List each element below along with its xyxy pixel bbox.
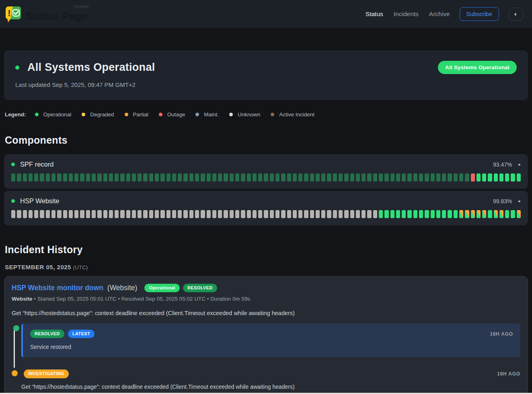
uptime-bar-nodata [293,210,297,218]
incident-update: INVESTIGATING16H AGOGet “https://hosteds… [21,369,520,390]
uptime-bar-operational [448,210,452,218]
legend-dot [271,113,274,116]
uptime-bar-operational_dim [419,173,423,182]
uptime-bar-partial [465,210,469,218]
uptime-bar-operational_dim [149,173,153,182]
uptime-bar-operational_dim [69,173,73,182]
uptime-bar-partial [477,210,481,218]
uptime-bar-operational_dim [212,173,216,182]
uptime-bar-operational [517,173,521,182]
uptime-bar-nodata [247,210,251,218]
uptime-bar-operational [436,210,440,218]
uptime-bar-operational_dim [287,173,291,182]
legend-dot [159,113,162,116]
uptime-bar-operational_dim [143,173,147,182]
theme-toggle-button[interactable]: ◐ [509,8,523,21]
uptime-bar-operational_dim [275,173,279,182]
legend-item-label: Partial [133,111,148,118]
uptime-bar-nodata [253,210,257,218]
uptime-bar-operational_dim [379,173,383,182]
brand-superscript: hosted [74,4,88,9]
component-uptime-percent: 93.47% [493,161,512,168]
legend-item-label: Operational [43,111,72,118]
update-timestamp: 16H AGO [497,371,520,377]
uptime-bar-nodata [230,210,234,218]
legend: Legend: OperationalDegradedPartialOutage… [5,111,528,118]
update-timestamp: 16H AGO [490,331,513,337]
uptime-bar-operational_dim [51,173,55,182]
uptime-bar-operational_dim [425,173,429,182]
uptime-bar-nodata [23,210,27,218]
uptime-bar-nodata [258,210,262,218]
uptime-bar-operational_dim [57,173,61,182]
uptime-bar-nodata [103,210,107,218]
nav-item-incidents[interactable]: Incidents [394,10,419,18]
expand-arrow-icon[interactable]: ▸ [518,162,521,167]
uptime-bar-operational_dim [327,173,331,182]
legend-dot [82,113,85,116]
incident-history-heading: Incident History [5,244,528,256]
legend-item: Maint. [195,111,219,118]
subscribe-button[interactable]: Subscribe [460,7,499,21]
uptime-bar-nodata [97,210,101,218]
uptime-bar-operational_dim [253,173,257,182]
uptime-bar-operational_dim [138,173,142,182]
uptime-bar-nodata [155,210,159,218]
uptime-bar-operational_dim [126,173,130,182]
uptime-bar-operational_dim [247,173,251,182]
legend-item-label: Outage [167,111,185,118]
uptime-bar-nodata [367,210,371,218]
components-heading: Components [5,134,528,146]
uptime-bar-operational [402,210,406,218]
top-bar: ! Status Page hosted StatusIncidentsArch… [0,0,532,28]
uptime-bar-operational_dim [264,173,268,182]
uptime-bar-operational [488,173,492,182]
uptime-bar-nodata [264,210,268,218]
incident-title-link[interactable]: HSP Website monitor down [12,284,103,292]
uptime-bar-partial [471,210,475,218]
uptime-bar-operational_dim [465,173,469,182]
incident-date-utc: (UTC) [73,264,88,270]
status-badge-resolved: RESOLVED [30,330,64,338]
uptime-bar-operational_dim [120,173,124,182]
uptime-bar-nodata [218,210,222,218]
page-content: All Systems Operational All Systems Oper… [0,50,532,394]
uptime-bar-nodata [373,210,377,218]
uptime-bar-nodata [29,210,33,218]
uptime-bars [11,210,521,218]
uptime-bar-operational_dim [310,173,314,182]
uptime-bar-operational_dim [132,173,136,182]
uptime-bar-operational_dim [367,173,371,182]
uptime-bar-nodata [160,210,164,218]
uptime-bar-nodata [298,210,302,218]
uptime-bar-nodata [46,210,50,218]
status-badge-operational: Operational [144,284,180,292]
uptime-bar-operational_dim [172,173,176,182]
component-header-right: 93.47%▸ [493,161,521,168]
expand-arrow-icon[interactable]: ▸ [518,198,521,204]
uptime-bar-nodata [57,210,61,218]
uptime-bar-nodata [281,210,285,218]
uptime-bar-operational_dim [235,173,239,182]
uptime-bar-operational [396,210,400,218]
brand[interactable]: ! Status Page hosted [5,5,88,23]
incident-timeline: RESOLVEDLATEST16H AGOService restoredINV… [12,324,520,390]
uptime-bar-nodata [138,210,142,218]
uptime-bar-operational_dim [454,173,458,182]
uptime-bar-nodata [109,210,113,218]
uptime-bar-nodata [178,210,182,218]
component-name: SPF record [20,161,53,168]
nav-item-archive[interactable]: Archive [429,10,450,18]
uptime-bar-operational [413,210,417,218]
component-header: SPF record93.47%▸ [11,161,521,168]
uptime-bar-nodata [241,210,245,218]
component-card: SPF record93.47%▸ [4,154,528,189]
uptime-bar-operational [425,210,429,218]
overall-status-banner: All Systems Operational All Systems Oper… [4,50,528,100]
uptime-bar-operational [384,210,388,218]
nav-item-status[interactable]: Status [366,10,383,18]
uptime-bar-nodata [224,210,228,218]
overall-status-badge: All Systems Operational [438,61,517,74]
uptime-bar-nodata [166,210,170,218]
uptime-bar-nodata [17,210,21,218]
